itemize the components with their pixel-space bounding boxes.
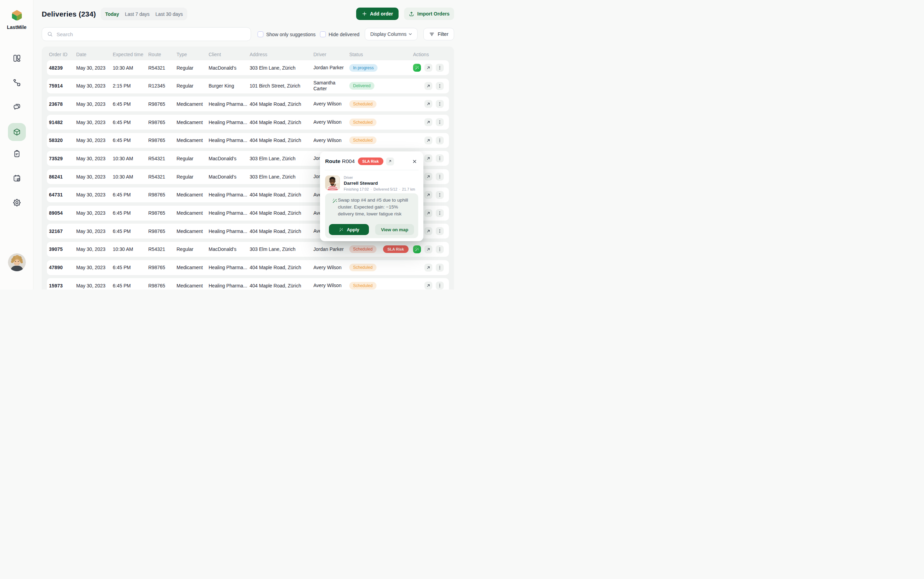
row-menu-button[interactable] [436, 209, 444, 217]
cell-order-id: 58320 [49, 133, 63, 148]
cell-type: Medicament [177, 188, 203, 202]
driver-photo [325, 175, 340, 190]
user-avatar[interactable] [8, 254, 26, 271]
apply-suggestion-button[interactable] [413, 245, 421, 254]
table-row-48239[interactable]: 48239May 30, 202310:30 AMR54321RegularMa… [47, 61, 449, 75]
row-menu-button[interactable] [436, 227, 444, 235]
kebab-icon [437, 192, 442, 198]
cell-address: 303 Elm Lane, Zürich [250, 242, 295, 257]
cell-type: Regular [177, 169, 193, 184]
route-popup-header: Route R004 SLA Risk [325, 157, 418, 166]
table-row-23678[interactable]: 23678May 30, 20236:45 PMR98765Medicament… [47, 96, 449, 111]
table-row-91482[interactable]: 91482May 30, 20236:45 PMR98765Medicament… [47, 115, 449, 129]
driver-meta-item: Finishing 17:02 [344, 187, 369, 191]
plus-icon [362, 11, 367, 16]
row-menu-button[interactable] [436, 245, 444, 254]
open-order-button[interactable] [424, 263, 433, 272]
table-row-47890[interactable]: 47890May 30, 20236:45 PMR98765Medicament… [47, 260, 449, 275]
table-row-15973[interactable]: 15973May 30, 20236:45 PMR98765Medicament… [47, 278, 449, 290]
close-button[interactable] [412, 158, 418, 164]
table-row-75914[interactable]: 75914May 30, 20232:15 PMR12345RegularBur… [47, 79, 449, 93]
range-tab-today[interactable]: Today [105, 11, 119, 17]
open-order-button[interactable] [424, 154, 433, 162]
open-order-button[interactable] [424, 64, 433, 72]
open-order-button[interactable] [424, 227, 433, 235]
open-route-button[interactable] [386, 157, 394, 165]
cell-date: May 30, 2023 [76, 188, 105, 202]
sidebar-item-settings[interactable] [8, 194, 26, 212]
apply-suggestion-button[interactable] [413, 64, 421, 72]
add-order-button[interactable]: Add order [356, 8, 398, 20]
driver-meta-item: 21.7 km [402, 187, 415, 191]
cell-date: May 30, 2023 [76, 169, 105, 184]
row-actions [424, 154, 444, 162]
sidebar-item-orders[interactable] [8, 145, 26, 163]
cell-type: Regular [177, 151, 193, 166]
open-order-button[interactable] [424, 281, 433, 290]
sidebar-item-deliveries[interactable] [8, 123, 26, 141]
range-tab-last-7-days[interactable]: Last 7 days [125, 11, 150, 17]
range-tab-last-30-days[interactable]: Last 30 days [156, 11, 183, 17]
cell-expected-time: 6:45 PM [113, 96, 131, 111]
cell-address: 404 Maple Road, Zürich [250, 96, 301, 111]
view-on-map-button[interactable]: View on map [375, 224, 414, 235]
row-menu-button[interactable] [436, 281, 444, 290]
filter-button[interactable]: Filter [423, 28, 454, 40]
cell-date: May 30, 2023 [76, 115, 105, 129]
row-menu-button[interactable] [436, 263, 444, 272]
kebab-icon [437, 283, 442, 288]
cell-route: R54321 [148, 169, 165, 184]
cell-type: Medicament [177, 278, 203, 290]
sidebar-item-dashboard[interactable] [8, 49, 26, 67]
row-menu-button[interactable] [436, 173, 444, 181]
row-menu-button[interactable] [436, 82, 444, 90]
sidebar-item-messages[interactable] [8, 98, 26, 116]
open-order-button[interactable] [424, 173, 433, 181]
hide-delivered-checkbox[interactable]: Hide delivered [320, 31, 360, 37]
dot-separator: · [371, 187, 372, 191]
cell-client: Healing Pharma... [208, 224, 247, 239]
upload-icon [408, 11, 414, 17]
open-order-button[interactable] [424, 82, 433, 90]
cell-order-id: 91482 [49, 115, 63, 129]
arrow-up-right-icon [426, 174, 431, 179]
kebab-icon [437, 101, 442, 106]
cell-route: R98765 [148, 115, 165, 129]
open-order-button[interactable] [424, 245, 433, 254]
show-only-suggestions-checkbox[interactable]: Show only suggestions [257, 31, 316, 37]
cell-status: ScheduledSLA Risk [349, 242, 408, 257]
route-icon [13, 79, 21, 87]
row-actions [424, 173, 444, 181]
sidebar-item-schedule[interactable] [8, 169, 26, 187]
cell-address: 303 Elm Lane, Zürich [250, 151, 295, 166]
arrow-up-right-icon [426, 120, 431, 124]
search-input[interactable] [57, 31, 246, 37]
arrow-up-right-icon [426, 247, 431, 252]
sidebar: LastMile [0, 0, 33, 290]
sidebar-item-routes[interactable] [8, 74, 26, 92]
cell-route: R98765 [148, 278, 165, 290]
checkbox-box[interactable] [320, 31, 326, 37]
apply-button[interactable]: Apply [329, 224, 369, 235]
row-menu-button[interactable] [436, 154, 444, 162]
open-order-button[interactable] [424, 118, 433, 126]
open-order-button[interactable] [424, 136, 433, 144]
table-row-39075[interactable]: 39075May 30, 202310:30 AMR54321RegularMa… [47, 242, 449, 257]
open-order-button[interactable] [424, 209, 433, 217]
row-menu-button[interactable] [436, 64, 444, 72]
display-columns-dropdown[interactable]: Display Columns [365, 28, 418, 40]
row-menu-button[interactable] [436, 191, 444, 199]
import-orders-button[interactable]: Import Orders [404, 8, 454, 20]
row-menu-button[interactable] [436, 118, 444, 126]
cell-address: 404 Maple Road, Zürich [250, 278, 301, 290]
open-order-button[interactable] [424, 191, 433, 199]
kebab-icon [437, 211, 442, 216]
cell-driver: Jordan Parker [313, 61, 347, 75]
row-menu-button[interactable] [436, 136, 444, 144]
checkbox-box[interactable] [257, 31, 264, 37]
row-menu-button[interactable] [436, 100, 444, 108]
status-badge: Delivered [349, 82, 374, 90]
cell-date: May 30, 2023 [76, 61, 105, 75]
table-row-58320[interactable]: 58320May 30, 20236:45 PMR98765Medicament… [47, 133, 449, 148]
open-order-button[interactable] [424, 100, 433, 108]
